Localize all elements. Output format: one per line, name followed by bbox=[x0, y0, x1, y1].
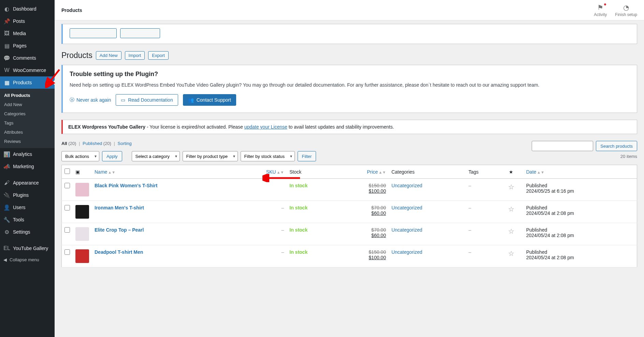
sidebar-label: Plugins bbox=[13, 192, 29, 198]
sidebar-item-posts[interactable]: 📌Posts bbox=[0, 15, 55, 27]
product-name-link[interactable]: Elite Crop Top – Pearl bbox=[95, 227, 144, 233]
update-license-link[interactable]: update your License bbox=[244, 124, 287, 130]
feature-star[interactable]: ☆ bbox=[508, 228, 514, 235]
sidebar-item-plugins[interactable]: 🔌Plugins bbox=[0, 189, 55, 201]
product-thumb[interactable] bbox=[75, 227, 89, 241]
sidebar-sub-attributes[interactable]: Attributes bbox=[0, 128, 55, 137]
sidebar-item-marketing[interactable]: 📣Marketing bbox=[0, 160, 55, 173]
pages-icon: ▤ bbox=[3, 42, 10, 49]
search-products-button[interactable]: Search products bbox=[596, 141, 637, 151]
marketing-icon: 📣 bbox=[3, 163, 10, 170]
row-checkbox[interactable] bbox=[65, 205, 70, 210]
flag-icon: ⚑ bbox=[594, 3, 607, 12]
export-button[interactable]: Export bbox=[148, 51, 169, 60]
sidebar-item-dashboard[interactable]: ◐Dashboard bbox=[0, 3, 55, 15]
feature-star[interactable]: ☆ bbox=[508, 250, 514, 257]
col-price[interactable]: Price▲▼ bbox=[367, 169, 386, 175]
view-published[interactable]: Published bbox=[83, 141, 102, 146]
never-ask-button[interactable]: ⓧ Never ask again bbox=[70, 97, 111, 103]
progress-icon: ◔ bbox=[615, 3, 637, 12]
tags-value: – bbox=[469, 227, 471, 233]
sidebar-label: YouTube Gallery bbox=[13, 246, 48, 251]
select-all-checkbox[interactable] bbox=[65, 168, 70, 174]
filter-button[interactable]: Filter bbox=[298, 151, 316, 161]
sidebar-sub-all-products[interactable]: All Products bbox=[0, 91, 55, 100]
sidebar-item-pages[interactable]: ▤Pages bbox=[0, 40, 55, 52]
category-select[interactable]: Select a category bbox=[132, 151, 180, 161]
sidebar-item-appearance[interactable]: 🖌Appearance bbox=[0, 177, 55, 189]
product-name-link[interactable]: Black Pink Women's T-Shirt bbox=[95, 183, 157, 188]
activity-button[interactable]: ⚑ Activity bbox=[594, 3, 607, 17]
top-bar: Products ⚑ Activity ◔ Finish setup bbox=[55, 0, 644, 20]
sidebar-item-media[interactable]: 🖼Media bbox=[0, 27, 55, 40]
topbar-title: Products bbox=[61, 8, 586, 13]
view-published-count: (20) bbox=[103, 141, 111, 146]
sidebar-sub-categories[interactable]: Categories bbox=[0, 109, 55, 118]
dashboard-icon: ◐ bbox=[3, 5, 10, 12]
contact-support-button[interactable]: 👥 Contact Support bbox=[183, 94, 236, 106]
feature-star[interactable]: ☆ bbox=[508, 183, 514, 191]
category-link[interactable]: Uncategorized bbox=[391, 249, 422, 255]
analytics-icon: 📊 bbox=[3, 151, 10, 158]
view-all[interactable]: All bbox=[61, 141, 67, 146]
sidebar-label: Settings bbox=[13, 229, 30, 235]
category-link[interactable]: Uncategorized bbox=[391, 205, 422, 210]
sidebar-sub-tags[interactable]: Tags bbox=[0, 118, 55, 128]
sidebar-item-youtube-gallery[interactable]: ELYouTube Gallery bbox=[0, 242, 55, 254]
close-circle-icon: ⓧ bbox=[70, 97, 74, 103]
tags-value: – bbox=[469, 205, 471, 210]
product-thumb[interactable] bbox=[75, 249, 89, 263]
page-header: Products Add New Import Export bbox=[61, 51, 637, 60]
sidebar-sub-reviews[interactable]: Reviews bbox=[0, 137, 55, 146]
product-name-link[interactable]: Deadpool T-shirt Men bbox=[95, 249, 143, 255]
price-new: $100.00 bbox=[340, 255, 386, 260]
row-checkbox[interactable] bbox=[65, 249, 70, 255]
read-docs-button[interactable]: ▭ Read Documentation bbox=[116, 94, 178, 106]
stub-button-1[interactable] bbox=[70, 28, 117, 38]
contact-support-label: Contact Support bbox=[197, 97, 231, 103]
price-old: $70.00 bbox=[340, 205, 386, 210]
product-thumb[interactable] bbox=[75, 205, 89, 219]
product-thumb[interactable] bbox=[75, 183, 89, 196]
sidebar-item-tools[interactable]: 🔧Tools bbox=[0, 214, 55, 226]
product-type-select[interactable]: Filter by product type bbox=[183, 151, 238, 161]
add-new-button[interactable]: Add New bbox=[96, 51, 121, 60]
import-button[interactable]: Import bbox=[125, 51, 145, 60]
sidebar-item-users[interactable]: 👤Users bbox=[0, 201, 55, 214]
sidebar-item-settings[interactable]: ⚙Settings bbox=[0, 226, 55, 238]
users-icon: 👤 bbox=[3, 204, 10, 211]
plugins-icon: 🔌 bbox=[3, 192, 10, 199]
warn-text-2: to avail latest updates and stability im… bbox=[287, 124, 394, 130]
row-checkbox[interactable] bbox=[65, 183, 70, 188]
row-checkbox[interactable] bbox=[65, 227, 70, 233]
stub-button-2[interactable] bbox=[120, 28, 160, 38]
search-input[interactable] bbox=[532, 141, 593, 151]
sidebar-label: Marketing bbox=[13, 164, 34, 169]
sidebar-label: Analytics bbox=[13, 151, 32, 157]
category-link[interactable]: Uncategorized bbox=[391, 183, 422, 188]
sidebar-sub-add-new[interactable]: Add New bbox=[0, 100, 55, 109]
activity-label: Activity bbox=[594, 12, 607, 17]
status-published: Published bbox=[526, 205, 634, 210]
media-icon: 🖼 bbox=[3, 30, 10, 37]
table-row: Deadpool T-shirt Men–In stock$150.00$100… bbox=[62, 245, 637, 267]
col-name[interactable]: Name▲▼ bbox=[95, 169, 115, 175]
admin-sidebar: ◐Dashboard📌Posts🖼Media▤Pages💬CommentsWWo… bbox=[0, 0, 55, 337]
category-link[interactable]: Uncategorized bbox=[391, 227, 422, 233]
sidebar-item-analytics[interactable]: 📊Analytics bbox=[0, 148, 55, 160]
notice-title: Trouble setting up the Plugin? bbox=[70, 71, 630, 78]
feature-star[interactable]: ☆ bbox=[508, 205, 514, 213]
col-date[interactable]: Date▲▼ bbox=[526, 169, 544, 175]
stock-status-select[interactable]: Filter by stock status bbox=[241, 151, 295, 161]
sidebar-item-comments[interactable]: 💬Comments bbox=[0, 52, 55, 64]
finish-setup-button[interactable]: ◔ Finish setup bbox=[615, 3, 637, 17]
product-name-link[interactable]: Ironman Men's T-shirt bbox=[95, 205, 144, 210]
star-icon: ★ bbox=[509, 169, 513, 175]
collapse-menu[interactable]: ◀ Collapse menu bbox=[0, 254, 55, 265]
date-value: 2024/05/24 at 2:08 pm bbox=[526, 233, 574, 238]
filters-row: Bulk actions Apply Select a category Fil… bbox=[61, 151, 637, 161]
col-tags: Tags bbox=[466, 165, 499, 179]
apply-button[interactable]: Apply bbox=[102, 151, 122, 161]
view-sorting[interactable]: Sorting bbox=[118, 141, 132, 146]
bulk-actions-select[interactable]: Bulk actions bbox=[61, 151, 99, 161]
